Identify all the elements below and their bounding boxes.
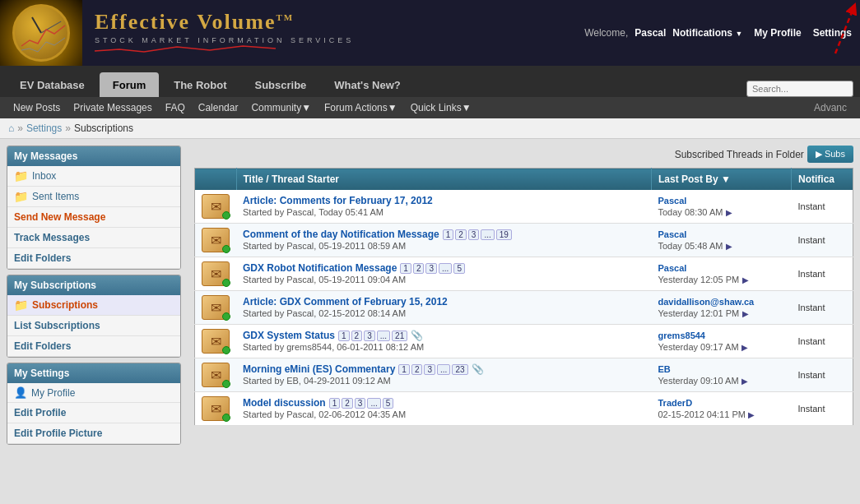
page-link[interactable]: ...	[377, 331, 390, 341]
thread-title-link[interactable]: Article: Comments for February 17, 2012	[243, 195, 433, 206]
table-row: ✉ Comment of the day Notification Messag…	[195, 224, 853, 257]
header-user-nav: Welcome, Pascal Notifications ▼ My Profi…	[584, 27, 852, 39]
thread-title-link[interactable]: Model discussion	[243, 397, 326, 409]
thread-title-link[interactable]: GDX Robot Notification Message	[243, 262, 397, 274]
last-post-time: Today 05:48 AM	[658, 241, 723, 251]
last-post-user-link[interactable]: grems8544	[658, 331, 706, 340]
page-link[interactable]: 3	[355, 398, 366, 409]
sub-nav-community[interactable]: Community ▼	[244, 97, 318, 118]
sidebar-edit-profile[interactable]: Edit Profile	[7, 403, 180, 423]
sidebar: My Messages 📁 Inbox 📁 Sent Items Send Ne…	[0, 139, 188, 504]
page-link[interactable]: 2	[342, 398, 353, 409]
page-link[interactable]: 3	[364, 331, 375, 341]
page-link[interactable]: ...	[439, 263, 452, 274]
last-post-user-link[interactable]: davidallison@shaw.ca	[658, 297, 755, 307]
edit-profile-link[interactable]: Edit Profile	[14, 407, 66, 418]
notification-cell: Instant	[792, 257, 853, 291]
thread-icon-cell: ✉	[195, 358, 237, 392]
logo-clock	[0, 0, 82, 66]
edit-folders-messages-link[interactable]: Edit Folders	[14, 252, 71, 264]
page-link[interactable]: ...	[481, 229, 494, 240]
page-link[interactable]: 2	[455, 229, 467, 240]
page-link[interactable]: 23	[452, 364, 467, 375]
notifications-btn[interactable]: Notifications ▼	[672, 27, 742, 39]
sub-nav-forum-actions[interactable]: Forum Actions ▼	[318, 97, 404, 118]
sidebar-edit-folders-messages[interactable]: Edit Folders	[7, 248, 180, 269]
last-post-user-link[interactable]: Pascal	[658, 263, 687, 273]
tab-forum[interactable]: Forum	[100, 72, 159, 97]
thread-title-link[interactable]: Comment of the day Notification Message	[243, 229, 439, 240]
sub-nav-private-messages[interactable]: Private Messages	[67, 97, 158, 118]
page-link[interactable]: 1	[329, 398, 341, 409]
thread-title-link[interactable]: Article: GDX Comment of February 15, 201…	[243, 296, 448, 307]
tab-whats-new[interactable]: What's New?	[321, 72, 413, 97]
tab-subscribe[interactable]: Subscribe	[241, 72, 319, 97]
last-post-user-link[interactable]: Pascal	[658, 229, 687, 239]
page-link[interactable]: 1	[338, 331, 350, 341]
tab-ev-database[interactable]: EV Database	[7, 72, 98, 97]
page-link[interactable]: 3	[424, 364, 435, 375]
main-nav: EV Database Forum The Robot Subscribe Wh…	[0, 66, 860, 97]
page-link[interactable]: 3	[468, 229, 480, 240]
inbox-link[interactable]: Inbox	[32, 170, 56, 182]
page-link[interactable]: 21	[392, 331, 407, 341]
th-title[interactable]: Title / Thread Starter	[236, 169, 652, 191]
sub-nav-new-posts[interactable]: New Posts	[7, 97, 67, 118]
page-link[interactable]: 1	[443, 229, 454, 240]
status-dot	[222, 211, 230, 220]
page-link[interactable]: ...	[437, 364, 450, 375]
last-post-user-link[interactable]: TraderD	[658, 398, 693, 408]
logo-decoration	[95, 44, 276, 54]
sidebar-my-profile-item[interactable]: 👤 My Profile	[7, 383, 180, 403]
last-post-user-link[interactable]: Pascal	[658, 196, 687, 206]
post-icon: ▶	[726, 242, 732, 251]
post-icon: ▶	[741, 343, 748, 352]
sidebar-inbox[interactable]: 📁 Inbox	[7, 166, 180, 187]
my-profile-sidebar-link[interactable]: My Profile	[31, 387, 75, 399]
sidebar-track-messages[interactable]: Track Messages	[7, 228, 180, 248]
thread-title-link[interactable]: GDX System Status	[243, 330, 335, 341]
page-link[interactable]: 2	[351, 331, 363, 341]
page-link[interactable]: 19	[496, 229, 512, 240]
thread-starter: Started by Pascal, 02-06-2012 04:35 AM	[243, 409, 406, 419]
mail-icon: ✉	[202, 396, 230, 421]
breadcrumb-home[interactable]: ⌂	[8, 123, 14, 134]
page-link[interactable]: 1	[400, 263, 411, 274]
sent-items-link[interactable]: Sent Items	[32, 191, 79, 202]
list-subscriptions-link[interactable]: List Subscriptions	[14, 320, 100, 331]
sidebar-sent-items[interactable]: 📁 Sent Items	[7, 187, 180, 207]
mail-icon: ✉	[202, 329, 230, 354]
last-post-user-link[interactable]: EB	[658, 364, 671, 374]
sidebar-send-new-message[interactable]: Send New Message	[7, 207, 180, 228]
search-input[interactable]	[746, 81, 853, 97]
sidebar-subscriptions-item[interactable]: 📁 Subscriptions	[7, 295, 180, 316]
sub-nav-faq[interactable]: FAQ	[159, 97, 192, 118]
page-link[interactable]: 2	[411, 364, 423, 375]
page-link[interactable]: 3	[425, 263, 437, 274]
page-link[interactable]: 1	[398, 364, 410, 375]
th-last-post[interactable]: Last Post By ▼	[652, 169, 792, 191]
page-link[interactable]: ...	[367, 398, 380, 409]
tab-the-robot[interactable]: The Robot	[160, 72, 239, 97]
edit-profile-picture-link[interactable]: Edit Profile Picture	[14, 428, 102, 439]
thread-icon-cell: ✉	[195, 190, 237, 224]
sidebar-edit-profile-picture[interactable]: Edit Profile Picture	[7, 423, 180, 444]
my-profile-link[interactable]: My Profile	[754, 27, 801, 39]
username-link[interactable]: Pascal	[635, 27, 666, 39]
sub-nav-calendar[interactable]: Calendar	[192, 97, 245, 118]
edit-folders-subs-link[interactable]: Edit Folders	[14, 340, 71, 352]
page-link[interactable]: 5	[453, 263, 465, 274]
page-link[interactable]: 2	[413, 263, 425, 274]
subscribe-button[interactable]: ▶ Subs	[807, 146, 853, 163]
community-caret: ▼	[301, 102, 311, 113]
sub-nav-quick-links[interactable]: Quick Links ▼	[404, 97, 478, 118]
thread-starter: Started by EB, 04-29-2011 09:12 AM	[243, 376, 391, 386]
send-new-message-link[interactable]: Send New Message	[14, 211, 105, 223]
thread-title-link[interactable]: Morning eMini (ES) Commentary	[243, 363, 395, 375]
sidebar-list-subscriptions[interactable]: List Subscriptions	[7, 316, 180, 336]
subscriptions-link[interactable]: Subscriptions	[32, 299, 98, 311]
breadcrumb-settings[interactable]: Settings	[26, 123, 62, 134]
track-messages-link[interactable]: Track Messages	[14, 232, 90, 243]
page-link[interactable]: 5	[383, 398, 394, 409]
sidebar-edit-folders-subs[interactable]: Edit Folders	[7, 336, 180, 357]
